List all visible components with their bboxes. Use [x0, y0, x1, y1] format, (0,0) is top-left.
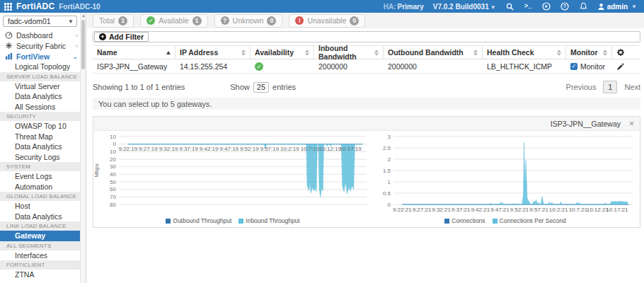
sidebar-item-owasp-top-10[interactable]: OWASP Top 10 [0, 121, 81, 132]
sort-icon [557, 50, 561, 56]
sidebar-menu: Dashboard›Security Fabric›FortiView⌄Logi… [0, 30, 81, 280]
table-row[interactable]: ISP3-JPN__Gateway14.15.255.254✓200000020… [93, 59, 640, 74]
monitor-checkbox[interactable]: ✓ [570, 63, 577, 70]
search-icon[interactable] [505, 2, 514, 11]
sidebar-item-dashboard[interactable]: Dashboard› [0, 30, 81, 40]
device-name: FortiADC-10 [59, 3, 100, 11]
sidebar-item-automation[interactable]: Automation [0, 182, 81, 192]
cell-monitor[interactable]: ✓Monitor [566, 59, 612, 73]
svg-text:9:42:21: 9:42:21 [471, 207, 490, 213]
legend-item: Connections [444, 217, 485, 224]
sidebar-section-server-load-balance: SERVER LOAD BALANCE [0, 72, 81, 81]
cell-actions[interactable] [612, 59, 640, 73]
svg-text:2: 2 [388, 156, 391, 163]
scroll-up-icon[interactable]: ▲ [81, 13, 86, 18]
column-header-outbound-bandwidth[interactable]: Outbound Bandwidth [384, 46, 483, 59]
sidebar-section-forticlient: FORTICLIENT [0, 260, 81, 270]
previous-page-button[interactable]: Previous [566, 83, 597, 91]
cell-health-check: LB_HLTHCK_ICMP [483, 59, 566, 73]
sidebar-section-link-load-balance: LINK LOAD BALANCE [0, 221, 81, 231]
status-pill-unavailable[interactable]: !Unavailable0 [289, 14, 365, 28]
chevron-down-icon: ▼ [68, 18, 74, 25]
svg-text:Mbps: Mbps [93, 163, 100, 178]
available-check-icon: ✓ [255, 62, 263, 71]
cell-outbound-bandwidth: 2000000 [384, 59, 483, 73]
column-label: Inbound Bandwidth [318, 44, 374, 61]
guide-icon[interactable] [542, 2, 551, 11]
version-dropdown[interactable]: V7.0.2 Build0031▼ [433, 2, 496, 11]
sidebar-item-host[interactable]: Host [0, 201, 81, 212]
sidebar-section-all-segments: ALL SEGMENTS [0, 241, 81, 250]
gateway-table: NameIP AddressAvailabilityInbound Bandwi… [93, 45, 640, 74]
cli-console-icon[interactable]: >_ [524, 2, 533, 11]
cell-ip-address: 14.15.255.254 [176, 59, 251, 73]
column-header-monitor[interactable]: Monitor [566, 46, 612, 59]
sidebar-item-gateway[interactable]: Gateway [0, 231, 81, 241]
column-header-ip-address[interactable]: IP Address [176, 46, 251, 59]
gear-icon[interactable] [616, 48, 625, 57]
edit-pencil-icon[interactable] [616, 62, 625, 71]
page-number-button[interactable]: 1 [603, 81, 617, 93]
admin-menu[interactable]: admin ▼ [597, 3, 637, 11]
svg-text:9:57:21: 9:57:21 [529, 207, 548, 213]
sidebar-item-all-sessions[interactable]: All Sessions [0, 102, 81, 112]
sidebar-item-security-logs[interactable]: Security Logs [0, 152, 81, 163]
svg-text:10:7:19: 10:7:19 [301, 146, 320, 152]
sidebar-item-logical-topology[interactable]: Logical Topology [0, 62, 81, 72]
sidebar-item-data-analytics[interactable]: Data Analytics [0, 91, 81, 102]
status-pill-total[interactable]: Total1 [93, 14, 134, 28]
svg-text:10:17:21: 10:17:21 [606, 207, 628, 213]
sidebar-item-threat-map[interactable]: Threat Map [0, 132, 81, 142]
sidebar-item-data-analytics[interactable]: Data Analytics [0, 212, 81, 222]
svg-text:10:17:19: 10:17:19 [340, 146, 362, 152]
help-icon[interactable]: ? [560, 2, 570, 11]
filter-bar[interactable]: + Add Filter [93, 31, 640, 42]
svg-text:9:52:19: 9:52:19 [240, 146, 259, 152]
sidebar-item-fortiview[interactable]: FortiView⌄ [0, 51, 81, 62]
sidebar-item-data-analytics[interactable]: Data Analytics [0, 142, 81, 152]
sidebar-item-interfaces[interactable]: Interfaces [0, 250, 81, 261]
svg-text:9:22:21: 9:22:21 [393, 207, 412, 213]
sidebar-item-security-fabric[interactable]: Security Fabric› [0, 40, 81, 51]
sidebar-item-virtual-server[interactable]: Virtual Server [0, 81, 81, 92]
sidebar-item-event-logs[interactable]: Event Logs [0, 171, 81, 182]
status-pill-available[interactable]: ✓Available1 [140, 14, 207, 28]
throughput-chart-legend: Outbound ThroughputInbound Throughput [93, 216, 372, 226]
column-header-health-check[interactable]: Health Check [483, 46, 566, 59]
question-icon: ? [221, 16, 229, 25]
page-size-selector[interactable]: 25 [253, 82, 269, 93]
main-content: Total1✓Available1?Unknown0!Unavailable0 … [87, 13, 644, 283]
close-icon[interactable]: × [629, 120, 634, 128]
sidebar-item-ztna[interactable]: ZTNA [0, 270, 81, 280]
scrollbar-thumb[interactable] [81, 20, 85, 69]
count-badge: 1 [118, 16, 127, 25]
next-page-button[interactable]: Next [624, 83, 640, 91]
column-header-inbound-bandwidth[interactable]: Inbound Bandwidth [314, 46, 384, 59]
column-header-name[interactable]: Name [93, 46, 176, 59]
sidebar-scrollbar[interactable]: ▲ [80, 13, 86, 283]
svg-text:1.5: 1.5 [383, 168, 391, 174]
entries-label: entries [272, 83, 296, 91]
status-pill-unknown[interactable]: ?Unknown0 [214, 14, 283, 28]
vdom-selector-value: fadc-vdom01 [8, 17, 51, 25]
legend-swatch-icon [238, 219, 243, 224]
notifications-bell-icon[interactable] [579, 2, 588, 11]
svg-text:3: 3 [388, 134, 391, 140]
svg-text:9:22:19: 9:22:19 [119, 146, 138, 152]
svg-text:?: ? [563, 4, 566, 8]
sidebar-item-label: Security Fabric [16, 42, 66, 50]
chevron-icon: ⌄ [72, 53, 78, 60]
add-filter-button[interactable]: + Add Filter [94, 32, 149, 42]
column-label: Name [97, 48, 117, 57]
sort-icon [603, 50, 607, 56]
column-header-availability[interactable]: Availability [251, 46, 314, 59]
svg-text:10:2:19: 10:2:19 [280, 146, 299, 152]
column-label: IP Address [180, 48, 218, 57]
svg-text:9:42:19: 9:42:19 [200, 146, 219, 152]
sort-icon [241, 50, 246, 56]
legend-item: Inbound Throughput [238, 217, 299, 224]
cell-name: ISP3-JPN__Gateway [93, 59, 176, 73]
column-label: Health Check [487, 48, 534, 57]
column-header-actions[interactable] [612, 46, 640, 59]
vdom-selector[interactable]: fadc-vdom01 ▼ [3, 16, 77, 27]
